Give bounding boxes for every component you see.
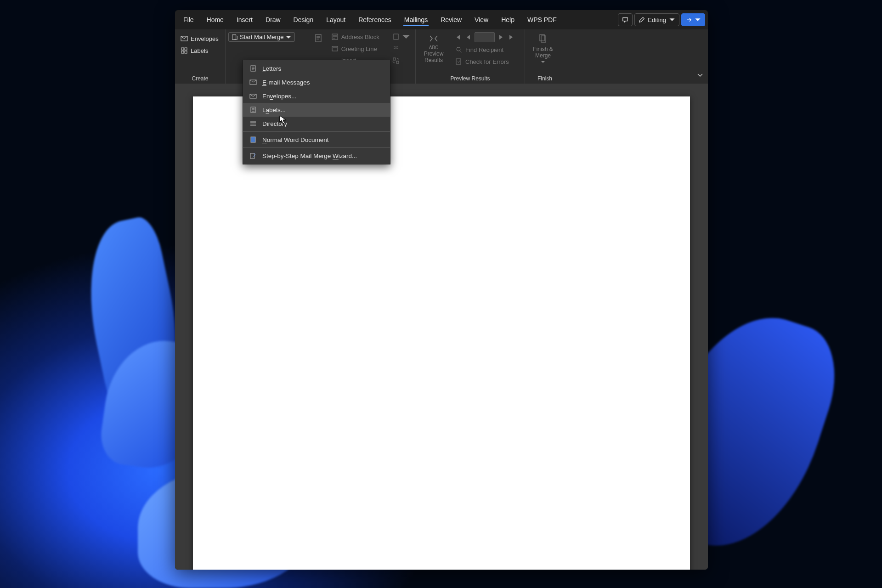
greeting-icon <box>331 45 339 52</box>
finish-merge-label: Finish & Merge <box>533 46 553 59</box>
group-finish: Finish & Merge Finish <box>525 29 565 84</box>
tab-mailings[interactable]: Mailings <box>399 12 433 27</box>
start-mail-merge-label: Start Mail Merge <box>240 34 283 40</box>
labels-button[interactable]: Labels <box>178 45 221 56</box>
labels-icon <box>249 106 257 113</box>
tab-home[interactable]: Home <box>201 12 229 27</box>
directory-icon <box>249 120 257 127</box>
highlight-merge-fields-button[interactable] <box>311 31 327 48</box>
menu-letters[interactable]: Letters <box>243 62 390 75</box>
email-icon <box>249 79 257 86</box>
first-record-button[interactable] <box>452 32 463 42</box>
svg-rect-16 <box>541 36 546 42</box>
envelopes-button[interactable]: Envelopes <box>178 33 221 44</box>
menu-bar: File Home Insert Draw Design Layout Refe… <box>175 10 708 29</box>
editing-label: Editing <box>648 17 666 23</box>
check-icon <box>455 58 463 65</box>
svg-rect-14 <box>456 59 461 64</box>
find-recipient-button[interactable]: Find Recipient <box>452 44 517 55</box>
check-errors-button[interactable]: Check for Errors <box>452 56 517 67</box>
group-create-label: Create <box>178 74 222 83</box>
group-create: Envelopes Labels Create <box>175 29 226 84</box>
group-finish-label: Finish <box>528 74 562 83</box>
labels-label: Labels <box>191 47 208 54</box>
record-number-input[interactable] <box>475 32 495 42</box>
next-record-button[interactable] <box>496 32 506 42</box>
preview-results-label: Preview Results <box>424 51 444 64</box>
search-icon <box>455 46 463 53</box>
address-icon <box>331 33 339 40</box>
mailmerge-icon <box>232 34 238 40</box>
menu-envelopes[interactable]: Envelopes... <box>243 89 390 103</box>
menu-normal-label: Normal Word Document <box>262 136 329 143</box>
rules-button[interactable] <box>390 31 413 42</box>
tab-help[interactable]: Help <box>496 12 520 27</box>
pencil-icon <box>639 17 645 23</box>
rules-icon <box>392 33 400 40</box>
tab-draw[interactable]: Draw <box>260 12 286 27</box>
svg-rect-10 <box>394 34 398 40</box>
abc-label: ABC <box>429 45 439 51</box>
svg-point-13 <box>457 47 460 51</box>
tab-design[interactable]: Design <box>288 12 319 27</box>
tab-references[interactable]: References <box>353 12 397 27</box>
labels-icon <box>181 47 188 54</box>
tab-file[interactable]: File <box>178 12 199 27</box>
match-fields-button[interactable] <box>390 43 413 54</box>
menu-email-label: E-mail Messages <box>262 79 310 86</box>
share-button[interactable] <box>681 13 705 26</box>
svg-rect-11 <box>393 58 396 60</box>
envelope-icon <box>181 35 188 42</box>
tab-insert[interactable]: Insert <box>231 12 258 27</box>
check-errors-label: Check for Errors <box>465 58 509 65</box>
tab-review[interactable]: Review <box>435 12 467 27</box>
svg-rect-22 <box>250 153 254 158</box>
menu-labels-label: Labels... <box>262 107 286 113</box>
menu-email[interactable]: E-mail Messages <box>243 75 390 89</box>
wizard-icon <box>249 152 257 159</box>
editing-mode-button[interactable]: Editing <box>634 13 679 26</box>
collapse-ribbon-button[interactable] <box>697 72 703 80</box>
start-mail-merge-menu: Letters E-mail Messages Envelopes... Lab… <box>243 60 390 164</box>
chevron-down-icon <box>541 60 545 64</box>
menu-wizard-label: Step-by-Step Mail Merge Wizard... <box>262 153 357 159</box>
chevron-down-icon <box>695 17 701 23</box>
finish-merge-button[interactable]: Finish & Merge <box>528 31 558 68</box>
tab-layout[interactable]: Layout <box>321 12 351 27</box>
group-preview-results: ABC Preview Results Find Recipient <box>416 29 525 84</box>
tab-wpspdf[interactable]: WPS PDF <box>522 12 562 27</box>
match-icon <box>392 45 400 52</box>
document-page[interactable] <box>193 96 690 570</box>
svg-rect-3 <box>181 51 184 53</box>
greeting-line-label: Greeting Line <box>341 45 377 52</box>
tab-view[interactable]: View <box>469 12 494 27</box>
document-icon <box>313 33 324 44</box>
preview-icon <box>428 33 439 44</box>
svg-rect-6 <box>316 34 321 42</box>
address-block-label: Address Block <box>341 34 379 40</box>
prev-record-button[interactable] <box>464 32 474 42</box>
update-labels-icon <box>392 57 400 64</box>
menu-letters-label: Letters <box>262 65 281 72</box>
chevron-down-icon <box>402 33 410 40</box>
start-mail-merge-button[interactable]: Start Mail Merge <box>228 32 295 42</box>
preview-results-button[interactable]: ABC Preview Results <box>418 31 449 66</box>
chevron-down-icon <box>669 17 675 23</box>
address-block-button[interactable]: Address Block <box>328 31 386 42</box>
svg-rect-15 <box>540 34 544 41</box>
comments-button[interactable] <box>618 13 633 26</box>
update-labels-button[interactable] <box>390 55 413 66</box>
menu-wizard[interactable]: Step-by-Step Mail Merge Wizard... <box>243 149 390 163</box>
menu-labels[interactable]: Labels... <box>243 103 390 117</box>
svg-rect-8 <box>332 46 338 51</box>
find-recipient-label: Find Recipient <box>465 46 503 53</box>
finish-icon <box>537 33 548 44</box>
letter-icon <box>249 65 257 72</box>
greeting-line-button[interactable]: Greeting Line <box>328 43 386 54</box>
comment-icon <box>622 17 628 23</box>
menu-normal-document[interactable]: Normal Word Document <box>243 133 390 147</box>
envelopes-label: Envelopes <box>191 35 219 42</box>
last-record-button[interactable] <box>507 32 517 42</box>
menu-directory[interactable]: Directory <box>243 117 390 130</box>
svg-rect-4 <box>185 51 187 53</box>
